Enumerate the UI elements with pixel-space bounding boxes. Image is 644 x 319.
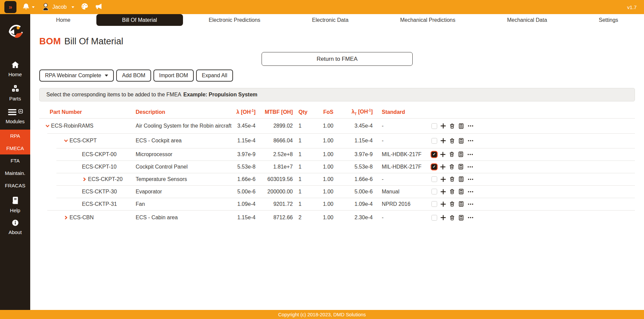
part-number-cell: ECS-RobinRAMS — [39, 123, 136, 129]
sidebar-item-fta[interactable]: FTA — [0, 154, 30, 167]
copyright-text: Copyright (c) 2018-2023, DMD Solutions — [278, 312, 366, 317]
trash-icon[interactable] — [449, 151, 455, 157]
row-checkbox[interactable] — [431, 201, 437, 207]
calculator-icon[interactable] — [458, 176, 464, 182]
part-number: ECS-CKPT-20 — [88, 176, 123, 182]
sidebar-item-rpa[interactable]: RPA — [0, 130, 30, 142]
calculator-icon[interactable] — [458, 151, 464, 157]
header-part-number: Part Number — [39, 109, 136, 115]
plus-icon[interactable] — [440, 164, 446, 170]
row-checkbox[interactable] — [431, 176, 437, 182]
lambda-t-cell: 3.45e-4 — [333, 123, 373, 129]
lambda-t-cell: 5.53e-8 — [333, 164, 373, 170]
fos-cell: 1.00 — [318, 201, 333, 207]
sidebar-item-maintain[interactable]: Maintain. — [0, 167, 30, 179]
chevron-down-icon[interactable] — [45, 124, 51, 128]
ellipsis-icon[interactable] — [467, 202, 474, 206]
plus-icon[interactable] — [440, 152, 446, 157]
calculator-icon[interactable] — [458, 164, 464, 170]
plus-icon[interactable] — [441, 177, 446, 182]
tab-electronic-predictions[interactable]: Electronic Predictions — [183, 14, 286, 26]
sidebar-collapse-button[interactable]: » — [4, 1, 16, 13]
description-cell: Microprocessor — [136, 151, 227, 157]
ellipsis-icon[interactable] — [467, 216, 474, 219]
lambda-cell: 5.53e-8 — [227, 164, 256, 170]
row-checkbox[interactable] — [431, 138, 437, 144]
sidebar-item-home[interactable]: Home — [0, 59, 30, 79]
tab-electronic-data[interactable]: Electronic Data — [286, 14, 374, 26]
return-to-fmea-button[interactable]: Return to FMEA — [262, 52, 413, 66]
ellipsis-icon[interactable] — [467, 190, 474, 193]
standard-cell: MIL-HDBK-217F — [373, 151, 429, 157]
tab-settings[interactable]: Settings — [573, 14, 644, 26]
trash-icon[interactable] — [449, 138, 455, 144]
chevron-right-icon[interactable] — [82, 177, 88, 182]
sidebar-item-fmeca[interactable]: FMECA — [0, 142, 30, 154]
row-actions — [429, 176, 488, 182]
plus-icon[interactable] — [441, 189, 446, 194]
ellipsis-icon[interactable] — [467, 124, 474, 128]
trash-icon[interactable] — [449, 201, 455, 207]
bom-table-header: Part Number Description λ [OH-1] MTBF [O… — [39, 106, 635, 119]
tab-mechanical-data[interactable]: Mechanical Data — [481, 14, 573, 26]
sidebar-item-fracas[interactable]: FRACAS — [0, 179, 30, 192]
chevron-down-icon[interactable] — [63, 138, 70, 143]
table-row: ECS-CKPT-10 Cockpit Control Panel 5.53e-… — [39, 161, 635, 173]
row-checkbox[interactable] — [431, 189, 437, 194]
part-number: ECS-CKPT-00 — [82, 151, 117, 157]
calculator-icon[interactable] — [458, 201, 464, 207]
row-checkbox[interactable] — [431, 215, 437, 221]
robin-logo — [4, 22, 26, 45]
double-chevron-icon: » — [9, 3, 12, 11]
row-actions — [429, 189, 488, 194]
tab-label: Electronic Data — [312, 17, 349, 23]
add-bom-button[interactable]: Add BOM — [116, 70, 151, 82]
calculator-icon[interactable] — [458, 138, 464, 144]
theme-button[interactable] — [81, 3, 88, 11]
row-checkbox[interactable] — [431, 123, 437, 129]
calculator-icon[interactable] — [458, 123, 464, 129]
bom-badge: BOM — [39, 36, 61, 47]
ellipsis-icon[interactable] — [467, 153, 473, 156]
trash-icon[interactable] — [449, 123, 455, 129]
trash-icon[interactable] — [449, 215, 455, 221]
trash-icon[interactable] — [449, 176, 455, 182]
row-checkbox[interactable] — [431, 164, 437, 170]
caret-down-icon — [72, 6, 74, 8]
import-bom-button[interactable]: Import BOM — [153, 70, 194, 82]
notice-text: Select the corresponding items to be add… — [46, 92, 181, 98]
notifications-button[interactable] — [22, 3, 35, 11]
megaphone-icon — [95, 3, 102, 11]
plus-icon[interactable] — [441, 138, 446, 143]
announcements-button[interactable] — [95, 3, 102, 11]
trash-icon[interactable] — [449, 164, 455, 170]
tab-label: Settings — [599, 17, 618, 23]
part-number-cell: ECS-CKPT — [39, 138, 136, 144]
tab-home[interactable]: Home — [30, 14, 96, 26]
ellipsis-icon[interactable] — [467, 139, 474, 142]
sidebar-item-parts[interactable]: Parts — [0, 83, 30, 103]
bom-selector-dropdown[interactable]: RPA Webinar Complete — [39, 70, 114, 82]
user-menu[interactable]: Jacob — [41, 2, 74, 12]
expand-all-button[interactable]: Expand All — [196, 70, 233, 82]
sidebar-item-about[interactable]: About — [0, 217, 30, 237]
sidebar-item-modules[interactable]: Modules — [0, 107, 30, 126]
calculator-icon[interactable] — [458, 215, 464, 221]
plus-icon[interactable] — [441, 123, 446, 129]
chevron-right-icon[interactable] — [63, 215, 70, 220]
calculator-icon[interactable] — [458, 189, 464, 194]
plus-icon[interactable] — [441, 201, 446, 207]
trash-icon[interactable] — [449, 189, 455, 194]
about-info-icon — [12, 219, 19, 228]
tab-mechanical-predictions[interactable]: Mechanical Predictions — [374, 14, 481, 26]
lambda-cell: 1.15e-4 — [227, 138, 256, 144]
ellipsis-icon[interactable] — [467, 178, 474, 181]
ellipsis-icon[interactable] — [467, 165, 473, 169]
tab-label: Home — [56, 17, 71, 23]
tab-bill-of-material[interactable]: Bill Of Material — [96, 14, 183, 26]
plus-icon[interactable] — [441, 215, 446, 220]
description-cell: Fan — [136, 201, 227, 207]
sidebar-item-help[interactable]: Help — [0, 194, 30, 215]
row-checkbox[interactable] — [431, 152, 437, 157]
qty-cell: 2 — [293, 215, 318, 221]
